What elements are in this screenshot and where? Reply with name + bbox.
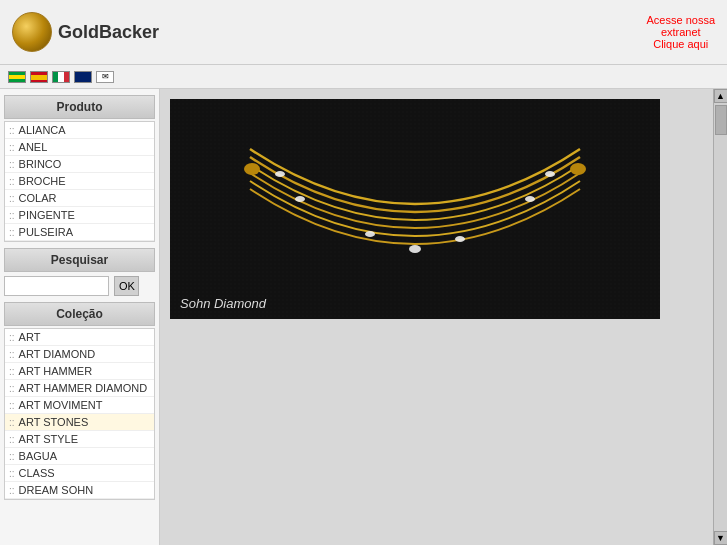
email-icon[interactable]: ✉ (96, 71, 114, 83)
product-item[interactable]: ::BROCHE (5, 173, 154, 190)
product-label: PULSEIRA (19, 226, 73, 238)
product-label: BROCHE (19, 175, 66, 187)
sidebar: Produto ::ALIANCA::ANEL::BRINCO::BROCHE:… (0, 89, 160, 545)
product-dots: :: (9, 159, 15, 170)
product-label: ALIANCA (19, 124, 66, 136)
collection-dots: :: (9, 383, 15, 394)
collection-label: DREAM SOHN (19, 484, 94, 496)
scroll-thumb[interactable] (715, 105, 727, 135)
collection-dots: :: (9, 485, 15, 496)
svg-point-11 (570, 163, 586, 175)
product-dots: :: (9, 193, 15, 204)
collection-dots: :: (9, 366, 15, 377)
collection-dots: :: (9, 434, 15, 445)
svg-point-8 (525, 196, 535, 202)
search-ok-button[interactable]: OK (114, 276, 139, 296)
collection-label: CLASS (19, 467, 55, 479)
collection-item[interactable]: ::ART MOVIMENT (5, 397, 154, 414)
product-item[interactable]: ::ANEL (5, 139, 154, 156)
collection-dots: :: (9, 468, 15, 479)
collection-label: BAGUA (19, 450, 58, 462)
collection-label: ART STONES (19, 416, 89, 428)
collection-dots: :: (9, 349, 15, 360)
product-dots: :: (9, 142, 15, 153)
collection-label: ART (19, 331, 41, 343)
extranet-line3: Clique aqui (653, 38, 708, 50)
collection-dots: :: (9, 332, 15, 343)
logo-area: GoldBacker (12, 12, 159, 52)
collection-dots: :: (9, 400, 15, 411)
header: GoldBacker Acesse nossa extranet Clique … (0, 0, 727, 65)
collection-item[interactable]: ::ART (5, 329, 154, 346)
scrollbar-right: ▲ ▼ (713, 89, 727, 545)
pesquisar-header: Pesquisar (4, 248, 155, 272)
flag-spain[interactable] (30, 71, 48, 83)
product-label: COLAR (19, 192, 57, 204)
extranet-line2: extranet (661, 26, 701, 38)
extranet-link[interactable]: Acesse nossa extranet Clique aqui (647, 14, 715, 50)
svg-point-9 (545, 171, 555, 177)
colecao-header: Coleção (4, 302, 155, 326)
produto-header: Produto (4, 95, 155, 119)
product-list: ::ALIANCA::ANEL::BRINCO::BROCHE::COLAR::… (4, 121, 155, 242)
svg-point-5 (365, 231, 375, 237)
collection-item[interactable]: ::ART DIAMOND (5, 346, 154, 363)
svg-point-6 (409, 245, 421, 253)
collection-dots: :: (9, 451, 15, 462)
flags-bar: ✉ (0, 65, 727, 89)
flag-brazil[interactable] (8, 71, 26, 83)
product-dots: :: (9, 227, 15, 238)
product-dots: :: (9, 176, 15, 187)
search-input[interactable] (4, 276, 109, 296)
collection-label: ART MOVIMENT (19, 399, 103, 411)
search-area: OK (4, 276, 155, 296)
logo-text[interactable]: GoldBacker (58, 22, 159, 43)
collection-label: ART STYLE (19, 433, 79, 445)
collection-item[interactable]: ::CLASS (5, 465, 154, 482)
product-label: BRINCO (19, 158, 62, 170)
scroll-down-arrow[interactable]: ▼ (714, 531, 728, 545)
collection-label: ART DIAMOND (19, 348, 96, 360)
collection-list: ::ART::ART DIAMOND::ART HAMMER::ART HAMM… (4, 328, 155, 500)
collection-item[interactable]: ::ART STYLE (5, 431, 154, 448)
flag-italy[interactable] (52, 71, 70, 83)
svg-point-3 (275, 171, 285, 177)
product-item[interactable]: ::BRINCO (5, 156, 154, 173)
svg-point-10 (244, 163, 260, 175)
product-label: ANEL (19, 141, 48, 153)
jewelry-image: Sohn Diamond (170, 99, 660, 319)
product-item[interactable]: ::PULSEIRA (5, 224, 154, 241)
collection-label: ART HAMMER (19, 365, 93, 377)
product-dots: :: (9, 125, 15, 136)
product-label: PINGENTE (19, 209, 75, 221)
product-dots: :: (9, 210, 15, 221)
necklace-container (170, 99, 660, 319)
extranet-line1: Acesse nossa (647, 14, 715, 26)
collection-item[interactable]: ::DREAM SOHN (5, 482, 154, 499)
scroll-up-arrow[interactable]: ▲ (714, 89, 728, 103)
svg-rect-1 (170, 99, 660, 319)
collection-item[interactable]: ::BAGUA (5, 448, 154, 465)
svg-point-7 (455, 236, 465, 242)
flag-uk[interactable] (74, 71, 92, 83)
svg-point-4 (295, 196, 305, 202)
product-item[interactable]: ::PINGENTE (5, 207, 154, 224)
product-item[interactable]: ::COLAR (5, 190, 154, 207)
image-caption: Sohn Diamond (180, 296, 266, 311)
collection-item[interactable]: ::ART HAMMER DIAMOND (5, 380, 154, 397)
product-item[interactable]: ::ALIANCA (5, 122, 154, 139)
collection-dots: :: (9, 417, 15, 428)
content-area: Sohn Diamond (160, 89, 713, 545)
collection-label: ART HAMMER DIAMOND (19, 382, 148, 394)
collection-item[interactable]: ::ART STONES (5, 414, 154, 431)
collection-item[interactable]: ::ART HAMMER (5, 363, 154, 380)
main-layout: Produto ::ALIANCA::ANEL::BRINCO::BROCHE:… (0, 89, 727, 545)
logo-icon (12, 12, 52, 52)
